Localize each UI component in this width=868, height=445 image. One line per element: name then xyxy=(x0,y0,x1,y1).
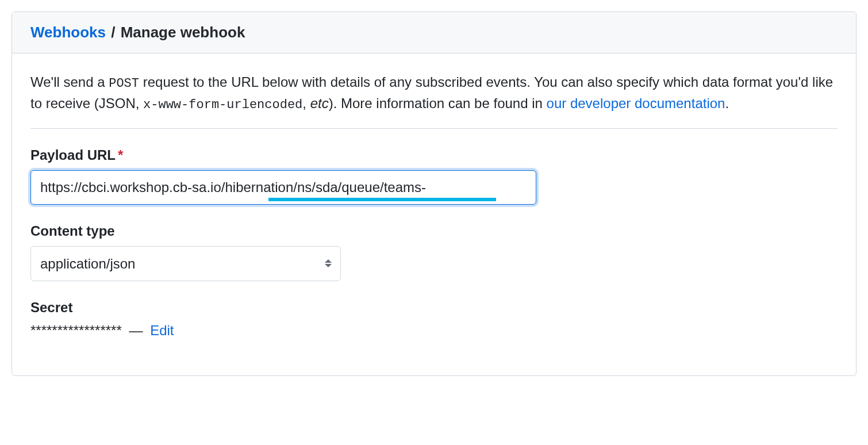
description-text: We'll send a POST request to the URL bel… xyxy=(30,72,838,114)
post-code: POST xyxy=(109,76,139,91)
edit-secret-link[interactable]: Edit xyxy=(150,323,174,338)
card-body: We'll send a POST request to the URL bel… xyxy=(12,53,856,375)
payload-url-group: Payload URL* xyxy=(30,147,838,205)
breadcrumb-webhooks-link[interactable]: Webhooks xyxy=(30,24,106,41)
secret-row: ***************** — Edit xyxy=(30,323,838,339)
content-type-select[interactable]: application/json xyxy=(30,246,341,281)
required-star-icon: * xyxy=(118,147,123,163)
webhook-card: Webhooks / Manage webhook We'll send a P… xyxy=(11,11,857,376)
secret-group: Secret ***************** — Edit xyxy=(30,300,838,339)
breadcrumb: Webhooks / Manage webhook xyxy=(30,24,838,41)
card-header: Webhooks / Manage webhook xyxy=(12,12,856,53)
secret-dash: — xyxy=(129,323,143,338)
content-type-select-wrapper: application/json xyxy=(30,246,341,281)
breadcrumb-separator: / xyxy=(107,24,120,41)
payload-url-input[interactable] xyxy=(30,170,536,205)
secret-label: Secret xyxy=(30,300,838,316)
content-type-group: Content type application/json xyxy=(30,223,838,281)
divider xyxy=(30,128,838,129)
developer-docs-link[interactable]: our developer documentation xyxy=(547,95,725,111)
payload-url-label: Payload URL* xyxy=(30,147,838,163)
payload-url-input-wrapper xyxy=(30,170,536,205)
content-type-label: Content type xyxy=(30,223,838,239)
secret-masked-value: ***************** xyxy=(30,323,122,338)
breadcrumb-current: Manage webhook xyxy=(121,24,245,41)
content-type-code: x-www-form-urlencoded xyxy=(143,98,302,112)
